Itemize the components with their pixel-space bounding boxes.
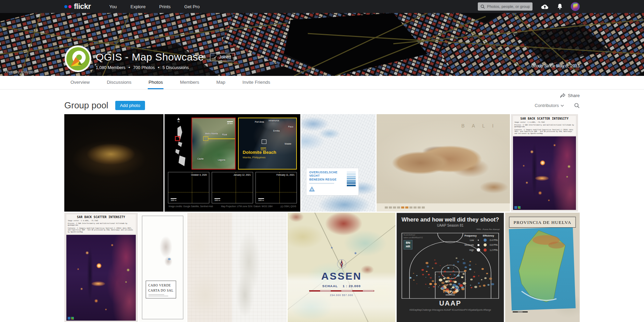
sar-meta-line3: Contains -1 Imagery modified Copernicus …	[68, 227, 134, 233]
share-button[interactable]: Share	[64, 90, 580, 98]
label-malate: Malate	[285, 143, 291, 145]
stats-separator: •	[158, 65, 159, 70]
flickr-logo-blue-dot	[64, 5, 67, 8]
sar-map-body	[66, 235, 136, 321]
sar-meta-line3: Contains -1 Imagery modified Copernicus …	[514, 129, 575, 135]
top-navbar: flickr You Explore Prints Get Pro	[0, 0, 644, 13]
group-avatar-qgis-logo[interactable]	[64, 45, 92, 72]
search-input[interactable]	[487, 4, 530, 9]
vecht-title-line1: Overijsselsche Vecht	[309, 171, 345, 178]
scale-100m: 100 m	[171, 198, 176, 201]
inset-date-1: October 4, 2020	[190, 173, 208, 176]
photos-count[interactable]: 700 Photos	[133, 65, 155, 70]
nav-link-you[interactable]: You	[109, 4, 117, 9]
beach-highlight-box	[262, 139, 266, 144]
credit-projection: Map Projection: UTM zone 51N / Datum: WG…	[221, 205, 273, 207]
contributors-dropdown[interactable]: Contributors	[535, 103, 564, 108]
photo-bali-historic-map[interactable]: B A L I	[377, 114, 510, 212]
flickr-logo-text: flickr	[74, 2, 91, 11]
cabo-title-box: CABO VERDE CARTA DO SAL	[146, 281, 176, 298]
compass-rose-icon	[337, 259, 347, 269]
uaap-hashtags: #30DayMapChallenge #Hexagons #UAAP #Cour…	[397, 309, 504, 311]
upload-cloud-icon[interactable]	[541, 4, 549, 10]
bali-label: B A L I	[461, 123, 497, 129]
global-search-box[interactable]	[478, 2, 533, 11]
huelva-relief-map	[505, 213, 580, 322]
bnhr-logo: BN HR	[404, 240, 412, 250]
satellite-inset-3: February 11, 2021 100 m	[255, 172, 297, 203]
manila-satellite-panel: Metro Manila Rizal Cavite Laguna 10 km	[192, 118, 236, 170]
photo-vecht-river-map[interactable]: Overijsselsche Vecht Beneden Regge	[301, 114, 376, 212]
photo-cabo-verde-map[interactable]: CABO VERDE CARTA DO SAL	[139, 213, 186, 322]
flickr-logo[interactable]: flickr	[64, 2, 91, 11]
nav-link-prints[interactable]: Prints	[159, 4, 171, 9]
sar-title: SAR BACK SCATTER INTENSITY	[514, 117, 575, 120]
photo-dark-relief-map[interactable]	[64, 114, 163, 212]
inset-date-3: February 11, 2021	[275, 173, 295, 176]
cabo-map-frame: CABO VERDE CARTA DO SAL	[142, 216, 183, 319]
dolomite-subtitle: Manila, Philippines	[243, 156, 266, 159]
nav-link-get-pro[interactable]: Get Pro	[184, 4, 200, 9]
flickr-logo-pink-dot	[68, 5, 71, 8]
joined-button[interactable]: ✓ Joined	[210, 53, 235, 61]
cabo-lagoon	[168, 258, 171, 260]
group-pool-main: Share Group pool Add photo Contributors	[64, 90, 580, 322]
vecht-map-legend-card: Overijsselsche Vecht Beneden Regge	[306, 168, 358, 195]
credit-imagery: Image credits: Google Satellite, Sentine…	[169, 205, 213, 207]
members-count: 1,080 Members	[96, 65, 126, 70]
aoi-box	[203, 136, 208, 141]
photo-assen-topographic-map[interactable]: ASSEN SCHAAL 1 : 20.000 234.000 557.000	[288, 213, 395, 322]
tab-overview[interactable]: Overview	[70, 76, 90, 89]
sar-meta-line1: Image center -1 4.4301, -75.7343	[68, 220, 134, 222]
assen-scale-value: 1 : 20.000	[343, 284, 361, 288]
share-icon	[560, 93, 566, 98]
photo-portugal-map-sheets[interactable]	[187, 213, 287, 322]
assen-scale-label: SCHAAL	[322, 284, 338, 288]
huelva-title: PROVINCIA DE HUELVA	[513, 220, 571, 225]
tab-members[interactable]: Members	[179, 76, 200, 89]
label-cavite: Cavite	[197, 158, 203, 160]
user-avatar[interactable]	[571, 2, 580, 11]
group-tabbar: Overview Discussions Photos Members Map …	[0, 76, 644, 90]
nav-link-explore[interactable]: Explore	[131, 4, 146, 9]
label-paco: Paco	[288, 125, 293, 128]
north-arrow-icon	[177, 118, 180, 120]
tab-invite-friends[interactable]: Invite Friends	[242, 76, 271, 89]
sar-title: SAR BACK SCATTER INTENSITY	[68, 215, 134, 219]
discussions-count[interactable]: 5 Discussions	[162, 65, 189, 70]
cabo-title-line2: CARTA DO SAL	[148, 288, 174, 293]
photo-uaap-shot-chart[interactable]: Where and how well did they shoot? UAAP …	[396, 213, 504, 322]
pool-search-icon[interactable]	[574, 103, 580, 108]
tab-photos[interactable]: Photos	[148, 76, 163, 89]
uaap-fb-handle: fb.com/bnhrxyz	[404, 234, 423, 237]
photo-sar-backscatter-map-2[interactable]: SAR BACK SCATTER INTENSITY Image center …	[64, 213, 138, 322]
group-since-label: Group Since May 6, 2013	[531, 64, 580, 68]
photo-grid: N Metro Manila Rizal Cavite	[64, 114, 580, 322]
dolomite-title: Dolomite Beach	[243, 150, 276, 155]
search-icon	[481, 4, 485, 9]
sar-logo-chips	[68, 317, 74, 320]
huelva-scale-bar	[513, 311, 528, 312]
photo-dolomite-beach-map[interactable]: N Metro Manila Rizal Cavite	[165, 114, 300, 212]
cover-photo-credit[interactable]: Photo by andyjtice	[5, 70, 36, 74]
group-cover: QGIS - Map Showcase ✓ Joined 1,080 Membe…	[0, 13, 644, 76]
label-port-area: Port Area	[255, 121, 264, 123]
sar-header: SAR BACK SCATTER INTENSITY Image center …	[66, 214, 136, 234]
sar-meta-line2: Process -1 SAR Interferometry and multid…	[68, 223, 134, 226]
share-label: Share	[568, 93, 580, 98]
sar-meta-line2: Process -1 SAR Interferometry and multid…	[514, 124, 575, 128]
label-intramuros: Intramuros	[268, 119, 279, 122]
notifications-bell-icon[interactable]	[557, 3, 563, 10]
scale-10km: 10 km	[227, 121, 233, 124]
uaap-social-handles: fb.com/bnhrxyz twitter.com/BNHRdotXYZ	[404, 234, 423, 239]
tab-map[interactable]: Map	[216, 76, 226, 89]
tab-discussions[interactable]: Discussions	[106, 76, 132, 89]
scale-100m: 100 m	[214, 198, 220, 201]
photo-sar-backscatter-map-1[interactable]: SAR BACK SCATTER INTENSITY Image center …	[511, 114, 578, 212]
photo-provincia-de-huelva-map[interactable]: PROVINCIA DE HUELVA	[505, 213, 580, 322]
grid-row-2: SAR BACK SCATTER INTENSITY Image center …	[64, 213, 580, 322]
add-photo-button[interactable]: Add photo	[115, 101, 145, 110]
label-metro-manila: Metro Manila	[205, 132, 218, 135]
assen-scale-bar	[309, 290, 374, 292]
north-label: N	[178, 120, 179, 123]
